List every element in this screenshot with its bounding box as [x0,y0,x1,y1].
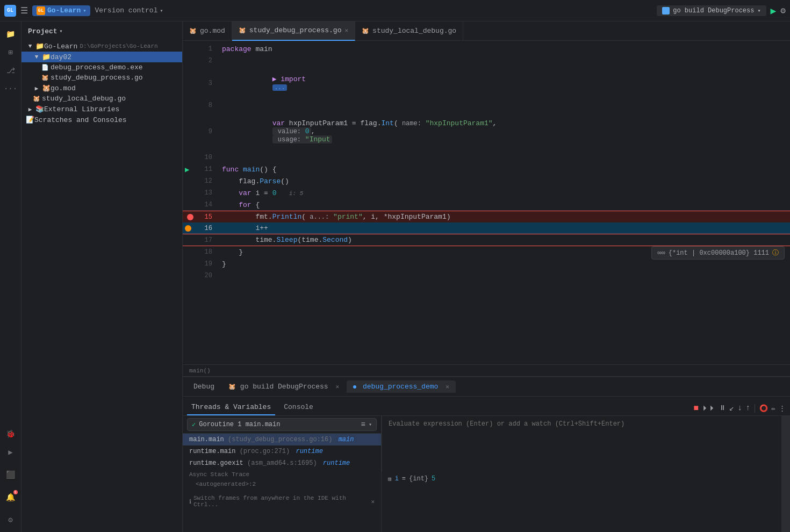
stop-button[interactable]: ■ [694,404,699,413]
tree-label: Scratches and Consoles [34,116,127,124]
sidebar-icon-terminal[interactable]: ⬛ [3,466,19,483]
sidebar-icon-run[interactable]: ▶ [3,444,19,460]
status-bar: main() [183,364,790,376]
threads-toolbar: ✓ Goroutine 1 main.main ≡ ▾ [183,416,381,434]
hamburger-icon[interactable]: ☰ [20,5,28,16]
list-icon: ≡ [361,420,365,429]
tooltip-text: {*int | 0xc00000a100} 1111 [669,249,769,257]
tree-item-go-learn[interactable]: ▼ 📁 Go-Learn D:\GoProjects\Go-Learn [21,41,182,52]
async-trace-label: Async Stack Trace [183,469,381,480]
tab-bar: 🐹 go.mod 🐹 study_debug_process.go ✕ 🐹 st… [183,21,790,41]
variables-panel: ⊞ i = {int} 5 [382,416,781,532]
code-line-1: 1 package main [183,43,790,55]
code-line-19: 19 } [183,258,790,270]
settings-icon[interactable]: ⚙ [780,5,786,16]
close-icon[interactable]: ✕ [344,27,348,34]
sidebar-icon-notification[interactable]: 🔔 1 [3,489,19,505]
code-line-20: 20 [183,270,790,282]
code-line-15: 15 fmt.Println( a...: "print", i, *hxpIn… [183,211,790,222]
goroutine-selector[interactable]: ✓ Goroutine 1 main.main ≡ ▾ [187,418,377,431]
project-header[interactable]: Project ▾ [21,21,182,41]
tab-local-debug[interactable]: 🐹 study_local_debug.go [355,21,463,41]
bottom-tab-bar: Debug 🐹 go build DebugProcess ✕ debug_pr… [183,377,790,397]
code-editor[interactable]: 1 package main 2 3 ▶ import ... [183,41,790,364]
folder-icon: 📁 [42,53,51,61]
code-line-14: 14 for { [183,199,790,211]
stack-item-runtime-main[interactable]: runtime.main (proc.go:271) runtime [183,445,381,457]
editor-area: 🐹 go.mod 🐹 study_debug_process.go ✕ 🐹 st… [183,21,790,364]
file-icon: 🐹 [239,27,246,34]
close-icon[interactable]: ✕ [446,384,449,390]
app-logo: GL [4,5,16,17]
project-label: Project [28,27,58,35]
sidebar-icon-folder[interactable]: 📁 [3,26,19,42]
breakpoint-dot[interactable] [187,214,193,220]
step-out-button[interactable]: ↑ [745,404,750,413]
tab-gomod[interactable]: 🐹 go.mod [183,21,232,41]
right-scrollbar [781,416,790,532]
bottom-panel: Debug 🐹 go build DebugProcess ✕ debug_pr… [183,376,790,532]
project-button[interactable]: GL Go-Learn ▾ [32,5,90,16]
tree-label: day02 [51,53,71,61]
info-icon: ℹ [189,498,191,505]
stack-fn: runtime.goexit [189,459,247,467]
step-into-button[interactable]: ↓ [737,404,742,413]
folder-icon: 📁 [35,42,44,51]
code-line-12: 12 flag.Parse() [183,175,790,187]
var-item-i: ⊞ i = {int} 5 [386,474,777,484]
code-line-9: 9 var hxpInputParam1 = flag.Int( name: "… [183,111,790,152]
variable-icon: ⊞ [388,476,392,483]
stack-location: (proc.go:271) [240,448,294,455]
more-options-button[interactable]: ⋮ [779,404,786,413]
bottom-tab-debug[interactable]: Debug [187,380,221,393]
version-control-button[interactable]: Version control ▾ [95,6,163,15]
variables-list: ⊞ i = {int} 5 [382,472,781,532]
resume-button[interactable]: ⏵⏵ [702,404,716,412]
pause-button[interactable]: ⏸ [719,404,726,412]
chevron-down-icon: ▾ [369,421,372,428]
stack-tag: main [339,436,354,443]
expression-input[interactable] [382,416,781,432]
tab-study-debug[interactable]: 🐹 study_debug_process.go ✕ [232,21,355,41]
tab-threads-variables[interactable]: Threads & Variables [187,400,275,415]
tree-item-exe[interactable]: 📄 debug_process_demo.exe [21,62,182,73]
sidebar-icon-settings[interactable]: ⚙ [3,512,19,528]
tab-label: debug_process_demo [363,383,438,391]
sidebar-icon-debug[interactable]: 🐞 [3,426,19,442]
main-layout: 📁 ⊞ ⎇ ··· 🐞 ▶ ⬛ 🔔 1 ⚙ Project ▾ ▼ 📁 Go-L… [0,21,790,532]
code-line-16: 16 i++ [183,222,790,234]
sidebar-icon-search[interactable]: ⊞ [3,44,19,60]
bottom-tab-build[interactable]: 🐹 go build DebugProcess ✕ [222,380,346,393]
close-hint-icon[interactable]: ✕ [371,498,375,505]
stack-location: (asm_amd64.s:1695) [247,459,321,467]
run-to-cursor-button[interactable]: ⭕ [759,404,768,413]
run-button[interactable]: ▶ [771,5,777,17]
code-line-3: 3 ▶ import ... [183,67,790,99]
fold-tag[interactable]: ... [272,84,288,91]
tab-console[interactable]: Console [279,400,318,415]
topbar: GL ☰ GL Go-Learn ▾ Version control ▾ go … [0,0,790,21]
tree-label: debug_process_demo.exe [51,63,143,71]
goroutine-label: Goroutine 1 main.main [199,421,280,428]
stack-item-main-main[interactable]: main.main (study_debug_process.go:16) ma… [183,434,381,445]
tab-label: Debug [193,383,214,391]
tree-item-scratches[interactable]: 📝 Scratches and Consoles [21,114,182,125]
evaluate-button[interactable]: ✏ [771,404,775,413]
sidebar-icon-git[interactable]: ⎇ [3,62,19,78]
file-icon: 🐹 [42,84,51,92]
tree-item-gomod[interactable]: ▶ 🐹 go.mod [21,83,182,94]
tree-item-local-debug[interactable]: 🐹 study_local_debug.go [21,94,182,104]
stack-item-runtime-goexit[interactable]: runtime.goexit (asm_amd64.s:1695) runtim… [183,457,381,469]
stack-list: main.main (study_debug_process.go:16) ma… [183,434,381,532]
bottom-tab-demo[interactable]: debug_process_demo ✕ [347,380,456,393]
step-over-button[interactable]: ↙ [729,403,734,413]
build-config-button[interactable]: go build DebugProcess ▾ [657,5,766,16]
tree-item-external[interactable]: ▶ 📚 External Libraries [21,104,182,114]
close-icon[interactable]: ✕ [335,384,339,390]
warning-icon: ⓘ [772,248,779,257]
sidebar-icon-more[interactable]: ··· [3,81,19,97]
tree-item-day02[interactable]: ▼ 📁 day02 [21,52,182,62]
tab-label: go build DebugProcess [240,383,328,391]
scratch-icon: 📝 [26,116,34,124]
tree-item-study-debug[interactable]: 🐹 study_debug_process.go [21,73,182,83]
